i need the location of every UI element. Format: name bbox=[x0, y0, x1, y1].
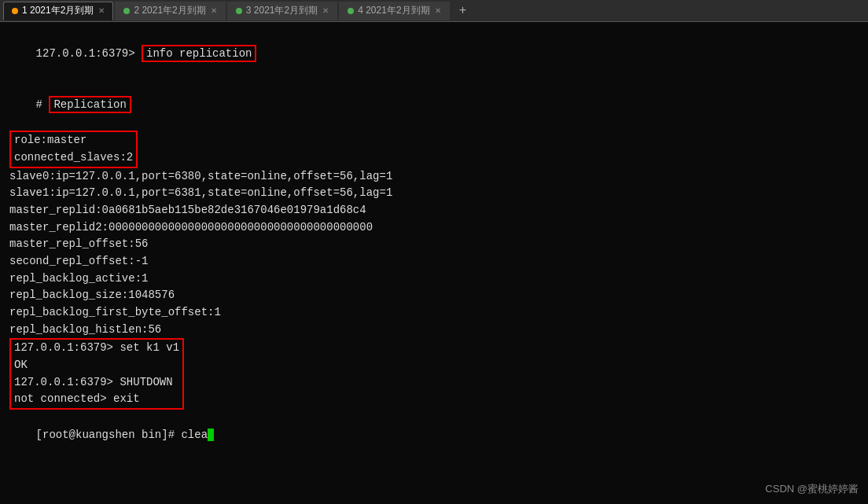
terminal: 127.0.0.1:6379> info replication # Repli… bbox=[0, 22, 868, 504]
tab-3[interactable]: 3 2021年2月到期 ✕ bbox=[227, 2, 337, 20]
heading-hash: # bbox=[36, 98, 50, 111]
terminal-line-9: master_repl_offset:56 bbox=[9, 236, 859, 253]
watermark: CSDN @蜜桃婷婷酱 bbox=[765, 482, 859, 496]
prompt-19: [root@kuangshen bin]# clea bbox=[36, 429, 208, 441]
heading-replication: Replication bbox=[49, 96, 131, 113]
tab-4-close[interactable]: ✕ bbox=[435, 6, 441, 15]
terminal-line-6: slave1:ip=127.0.0.1,port=6381,state=onli… bbox=[9, 185, 859, 202]
tab-2[interactable]: 2 2021年2月到期 ✕ bbox=[115, 2, 225, 20]
tab-4-dot bbox=[348, 8, 354, 14]
terminal-line-2: # Replication bbox=[9, 79, 859, 131]
tab-1-close[interactable]: ✕ bbox=[98, 6, 105, 15]
terminal-line-4: connected_slaves:2 bbox=[14, 149, 133, 167]
terminal-line-3: role:master bbox=[14, 132, 133, 149]
tab-3-label: 3 2021年2月到期 bbox=[246, 4, 318, 17]
tab-2-dot bbox=[123, 8, 130, 14]
terminal-line-12: repl_backlog_size:1048576 bbox=[9, 287, 859, 304]
terminal-line-15: 127.0.0.1:6379> set k1 v1 bbox=[14, 340, 179, 357]
tab-1-label: 1 2021年2月到期 bbox=[22, 4, 94, 17]
tab-4[interactable]: 4 2021年2月到期 ✕ bbox=[339, 2, 449, 20]
role-block: role:master connected_slaves:2 bbox=[9, 131, 138, 167]
tab-3-dot bbox=[236, 8, 242, 14]
tab-1[interactable]: 1 2021年2月到期 ✕ bbox=[3, 2, 113, 20]
terminal-line-8: master_replid2:0000000000000000000000000… bbox=[9, 219, 859, 237]
terminal-line-13: repl_backlog_first_byte_offset:1 bbox=[9, 304, 859, 322]
terminal-line-16: OK bbox=[14, 357, 179, 374]
terminal-line-1: 127.0.0.1:6379> info replication bbox=[9, 28, 859, 79]
tab-add-button[interactable]: + bbox=[454, 2, 472, 20]
terminal-line-11: repl_backlog_active:1 bbox=[9, 270, 859, 288]
terminal-cursor bbox=[208, 429, 214, 441]
second-block: 127.0.0.1:6379> set k1 v1 OK 127.0.0.1:6… bbox=[9, 338, 184, 410]
tab-bar: 1 2021年2月到期 ✕ 2 2021年2月到期 ✕ 3 2021年2月到期 … bbox=[0, 0, 868, 22]
terminal-line-10: second_repl_offset:-1 bbox=[9, 253, 859, 270]
tab-2-label: 2 2021年2月到期 bbox=[134, 4, 205, 17]
terminal-line-7: master_replid:0a0681b5aeb115be82de316704… bbox=[9, 202, 859, 219]
terminal-line-17: 127.0.0.1:6379> SHUTDOWN bbox=[14, 374, 179, 392]
tab-3-close[interactable]: ✕ bbox=[322, 6, 329, 15]
terminal-line-18: not connected> exit bbox=[14, 391, 179, 408]
terminal-line-14: repl_backlog_histlen:56 bbox=[9, 322, 859, 339]
tab-4-label: 4 2021年2月到期 bbox=[358, 4, 429, 17]
tab-2-close[interactable]: ✕ bbox=[211, 6, 217, 15]
prompt-1: 127.0.0.1:6379> bbox=[36, 47, 142, 60]
terminal-line-19: [root@kuangshen bin]# clea bbox=[9, 410, 859, 461]
command-highlight: info replication bbox=[142, 45, 256, 62]
terminal-line-5: slave0:ip=127.0.0.1,port=6380,state=onli… bbox=[9, 168, 859, 186]
tab-1-dot bbox=[12, 8, 18, 14]
